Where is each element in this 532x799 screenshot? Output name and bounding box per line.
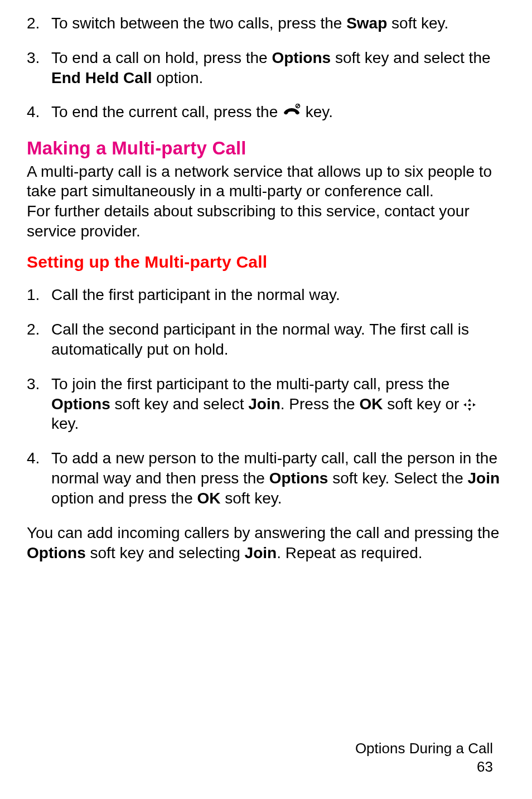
item-body: To join the first participant to the mul… [51, 374, 505, 434]
bold-text: Join [248, 395, 280, 413]
text: soft key and selecting [86, 544, 245, 561]
text: option. [152, 69, 203, 86]
bold-text: OK [359, 395, 383, 413]
bold-text: Options [269, 469, 328, 487]
text: soft key. Select the [328, 469, 467, 487]
text: key. [301, 103, 333, 120]
bold-text: Swap [346, 14, 387, 32]
text: soft key and select the [331, 49, 490, 66]
item-body: To end a call on hold, press the Options… [51, 48, 505, 88]
text: To join the first participant to the mul… [51, 375, 449, 393]
list-item: 1. Call the first participant in the nor… [27, 285, 505, 305]
list-item: 2. Call the second participant in the no… [27, 319, 505, 360]
item-number: 3. [27, 374, 51, 434]
item-body: Call the second participant in the norma… [51, 319, 505, 360]
text: Call the second participant in the norma… [51, 321, 469, 358]
text: . Press the [280, 395, 360, 413]
instruction-list-top: 2. To switch between the two calls, pres… [27, 13, 505, 122]
paragraph: A multi-party call is a network service … [27, 162, 505, 202]
bold-text: Join [245, 544, 277, 561]
text: To switch between the two calls, press t… [51, 14, 346, 32]
item-number: 4. [27, 448, 51, 508]
text: soft key. [221, 490, 282, 507]
footer-title: Options During a Call [355, 739, 493, 758]
bold-text: Join [467, 469, 500, 487]
text: soft key or [383, 395, 463, 413]
end-call-icon [282, 104, 301, 119]
bold-text: Options [51, 395, 110, 413]
text: Call the first participant in the normal… [51, 286, 340, 303]
closing-paragraph: You can add incoming callers by answerin… [27, 523, 505, 563]
text: soft key and select [110, 395, 248, 413]
item-number: 1. [27, 285, 51, 305]
bold-text: Options [27, 544, 86, 561]
list-item: 4. To add a new person to the multi-part… [27, 448, 505, 508]
paragraph: For further details about subscribing to… [27, 201, 505, 241]
text: . Repeat as required. [277, 544, 423, 561]
text: To end the current call, press the [51, 103, 282, 120]
list-item: 3. To join the first participant to the … [27, 374, 505, 434]
bold-text: OK [197, 490, 221, 507]
item-body: To switch between the two calls, press t… [51, 13, 505, 33]
text: soft key. [387, 14, 448, 32]
list-item: 4. To end the current call, press the ke… [27, 102, 505, 122]
text: You can add incoming callers by answerin… [27, 524, 499, 541]
item-body: To end the current call, press the key. [51, 102, 505, 122]
navigation-icon [463, 396, 476, 408]
bold-text: Options [272, 49, 331, 66]
sub-heading: Setting up the Multi-party Call [27, 251, 505, 273]
svg-point-2 [468, 403, 471, 405]
page-number: 63 [355, 758, 493, 776]
instruction-list-bottom: 1. Call the first participant in the nor… [27, 285, 505, 508]
list-item: 3. To end a call on hold, press the Opti… [27, 48, 505, 88]
item-number: 2. [27, 13, 51, 33]
bold-text: End Held Call [51, 69, 152, 86]
item-number: 3. [27, 48, 51, 88]
text: To end a call on hold, press the [51, 49, 272, 66]
page-footer: Options During a Call 63 [355, 739, 493, 776]
svg-line-1 [296, 105, 299, 108]
text: option and press the [51, 490, 197, 507]
item-number: 2. [27, 319, 51, 360]
section-heading: Making a Multi-party Call [27, 137, 505, 160]
list-item: 2. To switch between the two calls, pres… [27, 13, 505, 33]
item-body: To add a new person to the multi-party c… [51, 448, 505, 508]
item-body: Call the first participant in the normal… [51, 285, 505, 305]
item-number: 4. [27, 102, 51, 122]
text: key. [51, 415, 79, 432]
